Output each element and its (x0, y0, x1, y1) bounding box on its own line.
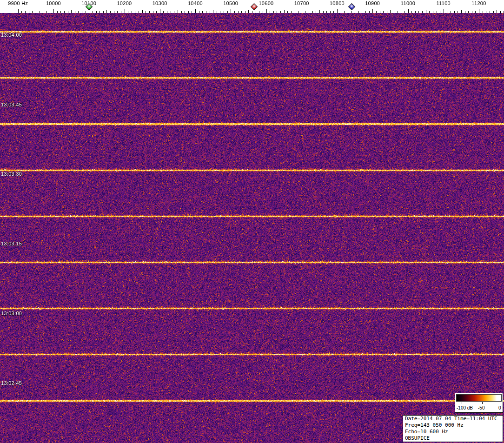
info-echo: Echo=10 600 Hz (405, 429, 501, 435)
spectrogram-app-window: 9900 Hz100001010010200103001040010500106… (0, 0, 504, 443)
freq-tick-label: 10800 (330, 0, 345, 6)
freq-tick-label: 11000 (401, 0, 415, 6)
freq-tick-label: 9900 Hz (8, 0, 28, 6)
freq-tick-label: 10500 (223, 0, 238, 6)
colorbar-gradient (456, 394, 502, 402)
info-station-name: OBSUPICE (405, 435, 501, 442)
info-date-time: Date=2014-07-04 Time=11:04 UTC (405, 416, 501, 422)
status-info-panel: Date=2014-07-04 Time=11:04 UTC Freq=143 … (403, 415, 503, 442)
freq-tick-label: 10600 (259, 0, 273, 6)
frequency-ruler[interactable]: 9900 Hz100001010010200103001040010500106… (0, 0, 504, 13)
freq-tick-label: 10200 (117, 0, 132, 6)
freq-tick-label: 10700 (294, 0, 309, 6)
colorbar-max-label: 0 (498, 405, 501, 410)
freq-tick-label: 11200 (471, 0, 486, 6)
colorbar-legend: -100 dB -50 0 (455, 393, 503, 413)
colorbar-tick (501, 402, 501, 404)
freq-tick-label: 10300 (153, 0, 167, 6)
freq-tick-label: 10000 (46, 0, 61, 6)
colorbar-mid-label: -50 (478, 405, 484, 410)
freq-tick-label: 11100 (437, 0, 451, 6)
freq-tick-label: 10400 (188, 0, 203, 6)
colorbar-min-label: -100 dB (457, 405, 473, 410)
info-frequency: Freq=143 050 000 Hz (405, 422, 501, 429)
spectrogram-waterfall[interactable] (0, 13, 504, 443)
colorbar-tick (462, 402, 462, 404)
freq-tick-label: 10900 (365, 0, 380, 6)
colorbar-tick (482, 402, 483, 404)
